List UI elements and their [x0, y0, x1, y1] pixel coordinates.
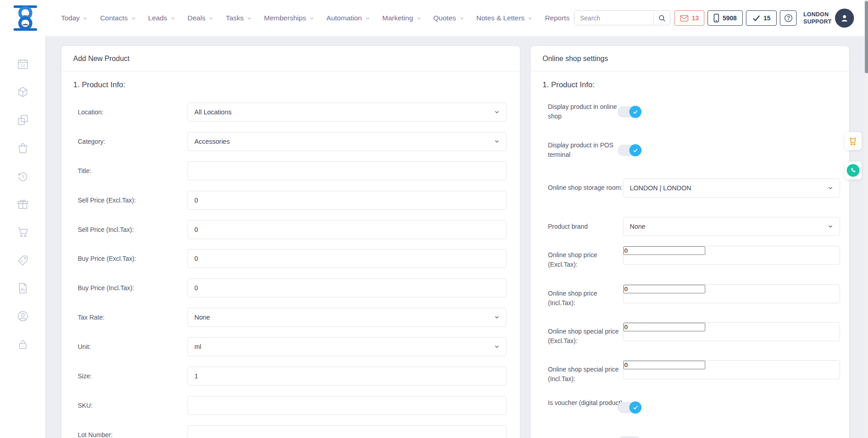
nav-tasks[interactable]: Tasks [226, 14, 252, 22]
nav-quotes[interactable]: Quotes [434, 14, 464, 22]
form-row-category: Category: Accessories [61, 132, 520, 151]
online-shop-special-price-incl-input[interactable] [623, 361, 705, 369]
size-input[interactable] [188, 367, 506, 385]
main-nav: Today Contacts Leads Deals Tasks Members… [61, 0, 604, 36]
lock-icon[interactable] [17, 338, 29, 350]
check-icon [632, 147, 638, 153]
display-online-shop-toggle[interactable] [618, 106, 641, 118]
select-value: LONDON | LONDON [630, 184, 691, 192]
is-voucher-toggle[interactable] [618, 402, 641, 413]
storage-room-select[interactable]: LONDON | LONDON [623, 179, 840, 198]
nav-deals[interactable]: Deals [188, 14, 214, 22]
nav-label: Leads [148, 14, 167, 22]
buy-price-incl-input[interactable] [188, 279, 506, 297]
nav-contacts[interactable]: Contacts [100, 14, 136, 22]
select-value: ml [194, 343, 201, 350]
scrollbar-thumb[interactable] [865, 1, 868, 73]
form-row-sell-price-excl: Sell Price (Excl.Tax): [61, 191, 520, 210]
title-input[interactable] [188, 162, 506, 180]
section-title: 1. Product Info: [542, 80, 594, 89]
unit-select[interactable]: ml [188, 337, 506, 356]
chevron-down-icon [208, 16, 213, 21]
package-icon[interactable] [17, 86, 29, 98]
nav-automation[interactable]: Automation [326, 14, 370, 22]
field-label: Unit: [78, 343, 91, 350]
nav-label: Quotes [434, 14, 456, 22]
chevron-down-icon [827, 185, 834, 191]
toggle-partial[interactable] [618, 436, 641, 438]
copy-icon[interactable] [17, 114, 29, 126]
nav-marketing[interactable]: Marketing [382, 14, 421, 22]
nav-reports[interactable]: Reports [545, 14, 577, 22]
avatar[interactable] [835, 9, 854, 28]
field-label: Online shop special price (Incl.Tax): [548, 365, 626, 384]
calendar-icon[interactable]: 12 [17, 58, 29, 70]
form-row-lot-number: Lot Number: [61, 425, 520, 438]
nav-memberships[interactable]: Memberships [264, 14, 314, 22]
nav-label: Automation [326, 14, 362, 22]
online-shop-price-incl-input[interactable] [623, 285, 705, 293]
category-select[interactable]: Accessories [188, 132, 506, 151]
report-icon[interactable] [17, 282, 29, 294]
chevron-down-icon [416, 16, 421, 21]
online-shop-price-excl-input[interactable] [623, 246, 705, 255]
chevron-down-icon [365, 16, 370, 21]
online-shop-quick-button[interactable] [844, 132, 862, 150]
history-icon[interactable] [17, 170, 29, 183]
select-value: None [630, 223, 646, 230]
page-scrollbar[interactable] [864, 0, 868, 438]
svg-text:$: $ [21, 259, 23, 263]
chevron-down-icon [309, 16, 314, 21]
nav-label: Deals [188, 14, 206, 22]
chevron-down-icon [494, 314, 500, 320]
search-button[interactable] [653, 11, 670, 25]
phone-icon [850, 167, 857, 174]
lot-number-input[interactable] [188, 426, 506, 438]
envelope-icon [680, 15, 689, 22]
field-label: Size: [78, 372, 92, 380]
app-logo-hourglass-icon[interactable] [13, 5, 38, 32]
customer-icon[interactable] [17, 310, 29, 322]
global-search [574, 10, 670, 25]
user-icon [839, 13, 850, 24]
nav-label: Today [61, 14, 80, 22]
price-tag-icon[interactable]: $ [17, 254, 29, 267]
add-new-product-panel: Add New Product 1. Product Info: Locatio… [61, 46, 520, 438]
call-quick-button[interactable] [844, 161, 862, 179]
calls-count: 5908 [722, 14, 736, 22]
chevron-down-icon [494, 344, 500, 350]
gift-icon[interactable] [17, 198, 29, 210]
left-icon-sidebar: 12 $ [0, 36, 45, 438]
field-label: Online shop storage room: [548, 183, 626, 193]
field-label: Sell Price (Incl.Tax): [78, 226, 134, 233]
section-title: 1. Product Info: [73, 80, 125, 89]
online-shop-special-price-excl-input[interactable] [623, 323, 705, 331]
messages-badge[interactable]: 13 [675, 10, 704, 26]
help-button[interactable] [780, 10, 797, 26]
buy-price-excl-input[interactable] [188, 250, 506, 268]
form-row-unit: Unit: ml [61, 337, 520, 356]
tasks-badge[interactable]: 15 [746, 10, 777, 26]
tax-rate-select[interactable]: None [188, 308, 506, 327]
sell-price-excl-input[interactable] [188, 191, 506, 209]
display-pos-terminal-toggle[interactable] [618, 145, 641, 156]
sell-price-incl-input[interactable] [188, 221, 506, 239]
cart-icon[interactable] [17, 226, 29, 238]
field-label: Buy Price (Incl.Tax): [78, 284, 134, 292]
calls-badge[interactable]: 5908 [708, 10, 743, 26]
product-brand-select[interactable]: None [623, 217, 840, 236]
nav-leads[interactable]: Leads [148, 14, 175, 22]
sku-input[interactable] [188, 396, 506, 414]
search-input[interactable] [575, 11, 653, 25]
shopping-bag-icon[interactable] [17, 142, 29, 154]
tasks-count: 15 [764, 14, 771, 22]
location-select[interactable]: All Locations [188, 103, 506, 122]
form-row-buy-price-incl: Buy Price (Incl.Tax): [61, 278, 520, 297]
nav-today[interactable]: Today [61, 14, 88, 22]
field-label: Is voucher (digital product) [548, 398, 626, 408]
nav-notes-letters[interactable]: Notes & Letters [476, 14, 533, 22]
nav-label: Reports [545, 14, 569, 22]
chevron-down-icon [494, 109, 500, 115]
check-icon [632, 109, 638, 115]
field-label: Sell Price (Excl.Tax): [78, 197, 136, 204]
